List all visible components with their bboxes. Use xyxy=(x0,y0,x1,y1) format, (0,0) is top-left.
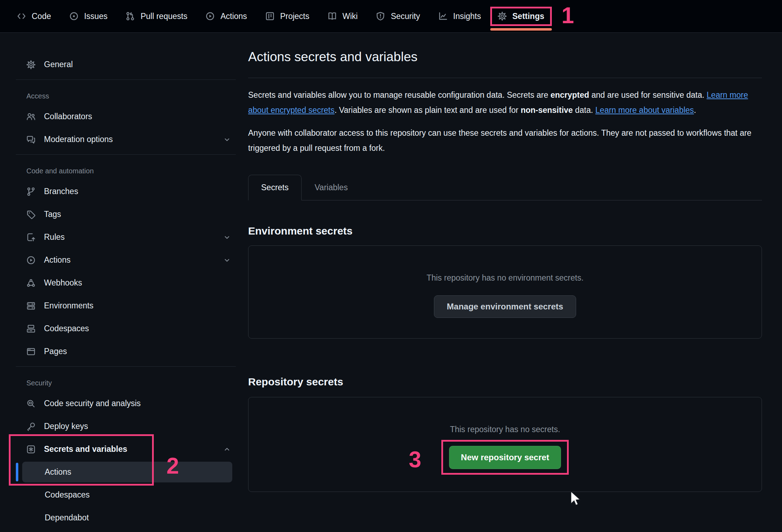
people-icon xyxy=(26,112,36,121)
server-icon xyxy=(26,301,36,310)
active-tab-underline xyxy=(490,28,552,31)
mouse-cursor xyxy=(570,491,582,508)
sidebar-item-branches[interactable]: Branches xyxy=(16,180,236,203)
secrets-variables-tabnav: Secrets Variables xyxy=(248,175,762,200)
issue-icon xyxy=(69,12,78,21)
sidebar-item-label: Branches xyxy=(44,187,78,196)
annotation-step-3-region: 3 New repository secret xyxy=(441,440,569,475)
tab-code[interactable]: Code xyxy=(8,8,60,24)
sidebar-item-deploy-keys[interactable]: Deploy keys xyxy=(16,415,236,438)
link-learn-more-variables[interactable]: Learn more about variables xyxy=(595,105,694,115)
sidebar-item-codespaces[interactable]: Codespaces xyxy=(16,317,236,340)
tab-variables[interactable]: Variables xyxy=(302,175,361,200)
sidebar-item-pages[interactable]: Pages xyxy=(16,340,236,363)
tab-label: Security xyxy=(391,12,420,21)
tab-label: Insights xyxy=(453,12,481,21)
gear-icon xyxy=(26,60,36,69)
sidebar-item-label: Webhooks xyxy=(44,278,82,288)
shield-icon xyxy=(376,12,385,21)
chevron-down-icon xyxy=(223,256,231,264)
tab-label: Settings xyxy=(512,12,544,21)
new-repository-secret-button[interactable]: New repository secret xyxy=(449,446,561,469)
active-subitem-background: Actions xyxy=(22,462,232,482)
intro-bold-non-sensitive: non-sensitive xyxy=(521,105,573,115)
repository-secrets-panel: This repository has no secrets. 3 New re… xyxy=(248,397,762,492)
chevron-down-icon xyxy=(223,136,231,143)
sidebar-item-actions[interactable]: Actions xyxy=(16,249,236,271)
annotation-step-2: 2 xyxy=(166,455,179,477)
sidebar-item-label: Rules xyxy=(44,232,65,242)
intro-text: . Variables are shown as plain text and … xyxy=(334,105,521,115)
tab-label: Issues xyxy=(84,12,107,21)
environment-secrets-empty-message: This repository has no environment secre… xyxy=(427,273,584,283)
play-icon xyxy=(206,12,215,21)
sidebar-item-label: Environments xyxy=(44,301,94,310)
git-branch-icon xyxy=(26,187,36,196)
chevron-up-icon xyxy=(223,446,231,453)
sidebar-item-secrets-and-variables[interactable]: Secrets and variables xyxy=(16,438,236,461)
page-title: Actions secrets and variables xyxy=(248,50,762,64)
intro-bold-encrypted: encrypted xyxy=(550,90,589,100)
graph-icon xyxy=(439,12,448,21)
sidebar-item-label: Code security and analysis xyxy=(44,399,141,408)
environment-secrets-panel: This repository has no environment secre… xyxy=(248,245,762,339)
tab-label: Actions xyxy=(220,12,247,21)
sidebar-item-rules[interactable]: Rules xyxy=(16,226,236,249)
tab-wiki[interactable]: Wiki xyxy=(319,8,367,24)
environment-secrets-heading: Environment secrets xyxy=(248,225,762,237)
sidebar-subitem-secrets-dependabot[interactable]: Dependabot xyxy=(16,506,236,529)
sidebar-item-webhooks[interactable]: Webhooks xyxy=(16,271,236,294)
active-item-indicator-bar xyxy=(16,463,18,481)
sidebar-item-label: Deploy keys xyxy=(44,422,88,431)
tab-label: Projects xyxy=(280,12,309,21)
sidebar-item-label: Secrets and variables xyxy=(44,444,127,454)
sidebar-subitem-secrets-actions[interactable]: Actions xyxy=(16,461,236,483)
manage-environment-secrets-button[interactable]: Manage environment secrets xyxy=(434,295,576,318)
play-icon xyxy=(26,256,36,265)
tab-pull-requests[interactable]: Pull requests xyxy=(116,8,196,24)
sidebar-subitem-label: Dependabot xyxy=(45,513,89,523)
tab-label: Code xyxy=(32,12,51,21)
sidebar-section-code-and-automation: Code and automation xyxy=(16,158,236,180)
sidebar-divider xyxy=(16,79,236,80)
annotation-step-1: 1 xyxy=(562,4,574,27)
intro-text: and are used for sensitive data. xyxy=(589,90,707,100)
sidebar-item-label: General xyxy=(44,60,73,69)
sidebar-item-label: Collaborators xyxy=(44,112,92,121)
sidebar-item-label: Pages xyxy=(44,347,67,356)
sidebar-item-general[interactable]: General xyxy=(16,53,236,76)
tab-secrets[interactable]: Secrets xyxy=(248,175,302,200)
browser-icon xyxy=(26,347,36,356)
key-asterisk-icon xyxy=(26,445,36,454)
codescan-icon xyxy=(26,399,36,408)
access-paragraph: Anyone with collaborator access to this … xyxy=(248,126,762,156)
repo-tab-nav: Code Issues Pull requests Actions Projec… xyxy=(0,0,782,33)
tag-icon xyxy=(26,210,36,219)
code-icon xyxy=(17,12,26,21)
sidebar-item-environments[interactable]: Environments xyxy=(16,294,236,317)
key-icon xyxy=(26,422,36,431)
intro-text: . xyxy=(694,105,696,115)
tab-security[interactable]: Security xyxy=(367,8,429,24)
tab-settings[interactable]: Settings xyxy=(490,7,552,26)
tab-label: Pull requests xyxy=(140,12,187,21)
tab-insights[interactable]: Insights xyxy=(429,8,490,24)
sidebar-item-label: Codespaces xyxy=(44,324,89,333)
project-icon xyxy=(265,12,275,21)
codespaces-icon xyxy=(26,324,36,333)
gear-icon xyxy=(498,12,507,21)
repo-push-icon xyxy=(26,233,36,242)
sidebar-subitem-secrets-codespaces[interactable]: Codespaces xyxy=(16,483,236,506)
sidebar-item-moderation-options[interactable]: Moderation options xyxy=(16,128,236,151)
sidebar-item-code-security-and-analysis[interactable]: Code security and analysis xyxy=(16,392,236,415)
settings-sidebar: General Access Collaborators Moderation … xyxy=(0,33,246,532)
annotation-step-2-region: Secrets and variables Actions 2 xyxy=(16,438,236,483)
intro-paragraph: Secrets and variables allow you to manag… xyxy=(248,88,762,118)
tab-projects[interactable]: Projects xyxy=(256,8,319,24)
sidebar-item-tags[interactable]: Tags xyxy=(16,203,236,226)
annotation-box-3: New repository secret xyxy=(441,440,569,475)
sidebar-item-collaborators[interactable]: Collaborators xyxy=(16,105,236,128)
pull-request-icon xyxy=(126,12,135,21)
tab-actions[interactable]: Actions xyxy=(196,8,256,24)
tab-issues[interactable]: Issues xyxy=(60,8,116,24)
